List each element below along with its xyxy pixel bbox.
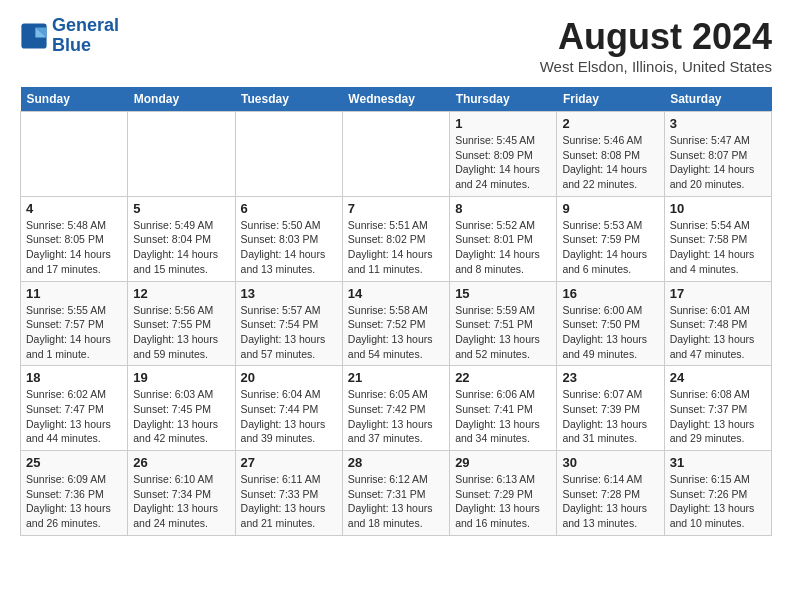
day-cell: 19Sunrise: 6:03 AM Sunset: 7:45 PM Dayli… — [128, 366, 235, 451]
day-cell: 9Sunrise: 5:53 AM Sunset: 7:59 PM Daylig… — [557, 196, 664, 281]
day-info: Sunrise: 5:58 AM Sunset: 7:52 PM Dayligh… — [348, 303, 444, 362]
day-number: 6 — [241, 201, 337, 216]
day-number: 28 — [348, 455, 444, 470]
day-number: 3 — [670, 116, 766, 131]
day-cell — [21, 112, 128, 197]
day-cell: 8Sunrise: 5:52 AM Sunset: 8:01 PM Daylig… — [450, 196, 557, 281]
day-number: 31 — [670, 455, 766, 470]
day-cell: 4Sunrise: 5:48 AM Sunset: 8:05 PM Daylig… — [21, 196, 128, 281]
weekday-header-tuesday: Tuesday — [235, 87, 342, 112]
day-number: 22 — [455, 370, 551, 385]
day-info: Sunrise: 5:59 AM Sunset: 7:51 PM Dayligh… — [455, 303, 551, 362]
day-number: 26 — [133, 455, 229, 470]
location: West Elsdon, Illinois, United States — [540, 58, 772, 75]
month-year: August 2024 — [540, 16, 772, 58]
logo: General Blue — [20, 16, 119, 56]
day-info: Sunrise: 5:52 AM Sunset: 8:01 PM Dayligh… — [455, 218, 551, 277]
day-number: 11 — [26, 286, 122, 301]
calendar-table: SundayMondayTuesdayWednesdayThursdayFrid… — [20, 87, 772, 536]
day-info: Sunrise: 5:55 AM Sunset: 7:57 PM Dayligh… — [26, 303, 122, 362]
day-cell: 15Sunrise: 5:59 AM Sunset: 7:51 PM Dayli… — [450, 281, 557, 366]
day-cell: 13Sunrise: 5:57 AM Sunset: 7:54 PM Dayli… — [235, 281, 342, 366]
day-cell: 6Sunrise: 5:50 AM Sunset: 8:03 PM Daylig… — [235, 196, 342, 281]
day-number: 23 — [562, 370, 658, 385]
day-cell: 5Sunrise: 5:49 AM Sunset: 8:04 PM Daylig… — [128, 196, 235, 281]
title-block: August 2024 West Elsdon, Illinois, Unite… — [540, 16, 772, 75]
day-info: Sunrise: 6:01 AM Sunset: 7:48 PM Dayligh… — [670, 303, 766, 362]
day-number: 5 — [133, 201, 229, 216]
week-row-3: 11Sunrise: 5:55 AM Sunset: 7:57 PM Dayli… — [21, 281, 772, 366]
week-row-5: 25Sunrise: 6:09 AM Sunset: 7:36 PM Dayli… — [21, 451, 772, 536]
day-number: 10 — [670, 201, 766, 216]
logo-icon — [20, 22, 48, 50]
day-number: 19 — [133, 370, 229, 385]
day-cell: 18Sunrise: 6:02 AM Sunset: 7:47 PM Dayli… — [21, 366, 128, 451]
day-number: 27 — [241, 455, 337, 470]
day-info: Sunrise: 5:51 AM Sunset: 8:02 PM Dayligh… — [348, 218, 444, 277]
weekday-header-monday: Monday — [128, 87, 235, 112]
day-info: Sunrise: 6:10 AM Sunset: 7:34 PM Dayligh… — [133, 472, 229, 531]
day-info: Sunrise: 6:14 AM Sunset: 7:28 PM Dayligh… — [562, 472, 658, 531]
day-number: 9 — [562, 201, 658, 216]
day-number: 18 — [26, 370, 122, 385]
logo-line1: General — [52, 16, 119, 36]
weekday-header-row: SundayMondayTuesdayWednesdayThursdayFrid… — [21, 87, 772, 112]
day-cell: 29Sunrise: 6:13 AM Sunset: 7:29 PM Dayli… — [450, 451, 557, 536]
day-info: Sunrise: 6:05 AM Sunset: 7:42 PM Dayligh… — [348, 387, 444, 446]
weekday-header-friday: Friday — [557, 87, 664, 112]
weekday-header-saturday: Saturday — [664, 87, 771, 112]
day-cell: 30Sunrise: 6:14 AM Sunset: 7:28 PM Dayli… — [557, 451, 664, 536]
day-cell: 23Sunrise: 6:07 AM Sunset: 7:39 PM Dayli… — [557, 366, 664, 451]
day-number: 30 — [562, 455, 658, 470]
day-number: 13 — [241, 286, 337, 301]
weekday-header-wednesday: Wednesday — [342, 87, 449, 112]
day-info: Sunrise: 5:56 AM Sunset: 7:55 PM Dayligh… — [133, 303, 229, 362]
day-info: Sunrise: 6:00 AM Sunset: 7:50 PM Dayligh… — [562, 303, 658, 362]
day-info: Sunrise: 6:03 AM Sunset: 7:45 PM Dayligh… — [133, 387, 229, 446]
day-info: Sunrise: 6:13 AM Sunset: 7:29 PM Dayligh… — [455, 472, 551, 531]
day-info: Sunrise: 5:53 AM Sunset: 7:59 PM Dayligh… — [562, 218, 658, 277]
day-info: Sunrise: 5:50 AM Sunset: 8:03 PM Dayligh… — [241, 218, 337, 277]
day-cell: 16Sunrise: 6:00 AM Sunset: 7:50 PM Dayli… — [557, 281, 664, 366]
day-cell: 2Sunrise: 5:46 AM Sunset: 8:08 PM Daylig… — [557, 112, 664, 197]
week-row-4: 18Sunrise: 6:02 AM Sunset: 7:47 PM Dayli… — [21, 366, 772, 451]
day-cell: 3Sunrise: 5:47 AM Sunset: 8:07 PM Daylig… — [664, 112, 771, 197]
day-cell: 12Sunrise: 5:56 AM Sunset: 7:55 PM Dayli… — [128, 281, 235, 366]
day-number: 15 — [455, 286, 551, 301]
day-number: 12 — [133, 286, 229, 301]
day-cell: 21Sunrise: 6:05 AM Sunset: 7:42 PM Dayli… — [342, 366, 449, 451]
day-number: 1 — [455, 116, 551, 131]
weekday-header-sunday: Sunday — [21, 87, 128, 112]
day-cell: 25Sunrise: 6:09 AM Sunset: 7:36 PM Dayli… — [21, 451, 128, 536]
week-row-1: 1Sunrise: 5:45 AM Sunset: 8:09 PM Daylig… — [21, 112, 772, 197]
day-info: Sunrise: 6:08 AM Sunset: 7:37 PM Dayligh… — [670, 387, 766, 446]
day-number: 17 — [670, 286, 766, 301]
day-cell: 14Sunrise: 5:58 AM Sunset: 7:52 PM Dayli… — [342, 281, 449, 366]
day-number: 21 — [348, 370, 444, 385]
day-number: 29 — [455, 455, 551, 470]
day-cell: 28Sunrise: 6:12 AM Sunset: 7:31 PM Dayli… — [342, 451, 449, 536]
day-number: 20 — [241, 370, 337, 385]
day-cell: 22Sunrise: 6:06 AM Sunset: 7:41 PM Dayli… — [450, 366, 557, 451]
day-info: Sunrise: 5:46 AM Sunset: 8:08 PM Dayligh… — [562, 133, 658, 192]
day-info: Sunrise: 5:45 AM Sunset: 8:09 PM Dayligh… — [455, 133, 551, 192]
day-info: Sunrise: 6:02 AM Sunset: 7:47 PM Dayligh… — [26, 387, 122, 446]
day-cell — [342, 112, 449, 197]
day-number: 8 — [455, 201, 551, 216]
day-cell: 20Sunrise: 6:04 AM Sunset: 7:44 PM Dayli… — [235, 366, 342, 451]
day-number: 7 — [348, 201, 444, 216]
day-number: 2 — [562, 116, 658, 131]
day-cell: 17Sunrise: 6:01 AM Sunset: 7:48 PM Dayli… — [664, 281, 771, 366]
day-info: Sunrise: 5:54 AM Sunset: 7:58 PM Dayligh… — [670, 218, 766, 277]
day-info: Sunrise: 6:11 AM Sunset: 7:33 PM Dayligh… — [241, 472, 337, 531]
day-cell — [235, 112, 342, 197]
weekday-header-thursday: Thursday — [450, 87, 557, 112]
day-info: Sunrise: 5:48 AM Sunset: 8:05 PM Dayligh… — [26, 218, 122, 277]
day-number: 16 — [562, 286, 658, 301]
day-cell: 31Sunrise: 6:15 AM Sunset: 7:26 PM Dayli… — [664, 451, 771, 536]
day-info: Sunrise: 6:09 AM Sunset: 7:36 PM Dayligh… — [26, 472, 122, 531]
day-cell — [128, 112, 235, 197]
day-cell: 1Sunrise: 5:45 AM Sunset: 8:09 PM Daylig… — [450, 112, 557, 197]
day-info: Sunrise: 6:15 AM Sunset: 7:26 PM Dayligh… — [670, 472, 766, 531]
day-cell: 10Sunrise: 5:54 AM Sunset: 7:58 PM Dayli… — [664, 196, 771, 281]
